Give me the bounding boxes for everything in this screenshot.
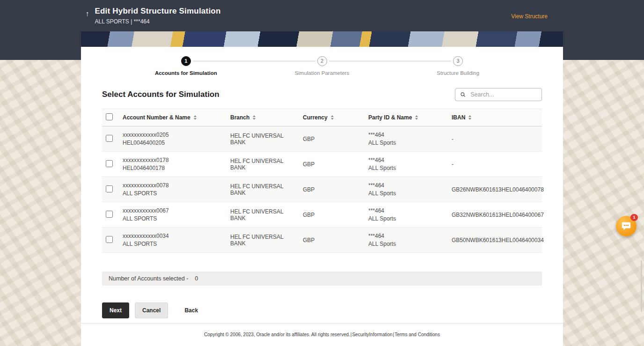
column-label: Account Number & Name (123, 114, 190, 121)
step-1-accounts-for-simulation[interactable]: 1 Accounts for Simulation (118, 56, 254, 76)
stepper: 1 Accounts for Simulation 2 Simulation P… (102, 47, 542, 76)
column-label: IBAN (452, 114, 465, 121)
page-subtitle: ALL SPORTS | ***464 (95, 18, 221, 25)
scrollbar-thumb[interactable] (641, 260, 642, 312)
select-all-checkbox[interactable] (106, 113, 113, 120)
back-button[interactable]: Back (177, 303, 205, 318)
account-number: xxxxxxxxxxxx0078 (123, 182, 223, 189)
column-header-account-number-name[interactable]: Account Number & Name (119, 109, 227, 126)
party-id: ***464 (368, 207, 444, 214)
title-block: Edit Hybrid Structure Simulation ALL SPO… (95, 7, 221, 25)
account-name: ALL SPORTS (123, 241, 223, 247)
section-header-row: Select Accounts for Simulation (102, 88, 542, 101)
column-label: Branch (230, 114, 249, 121)
party-name: ALL Sports (368, 190, 444, 197)
row-checkbox[interactable] (106, 135, 113, 142)
main-card: 1 Accounts for Simulation 2 Simulation P… (81, 47, 563, 346)
step-label: Simulation Parameters (254, 70, 390, 76)
step-number: 1 (181, 56, 191, 66)
scroll-up-icon[interactable]: ↑ (86, 9, 89, 17)
action-buttons: Next Cancel Back (102, 302, 542, 318)
currency-cell: GBP (299, 228, 365, 253)
iban-cell: - (448, 126, 542, 152)
account-number: xxxxxxxxxxxx0178 (123, 157, 223, 163)
step-label: Structure Building (390, 70, 526, 76)
account-number: xxxxxxxxxxxx0067 (123, 207, 223, 214)
row-checkbox[interactable] (106, 211, 113, 218)
account-number: xxxxxxxxxxxx0034 (123, 233, 223, 239)
step-3-structure-building[interactable]: 3 Structure Building (390, 56, 526, 76)
footer: Copyright © 2006, 2023, Oracle and/or it… (81, 323, 563, 346)
party-name: ALL Sports (368, 215, 444, 222)
branch-cell: HEL FC UNIVERSAL BANK (227, 202, 299, 228)
selected-count-label: Number of Accounts selected - (109, 275, 188, 282)
account-name: HEL0046400178 (123, 165, 223, 171)
step-number: 2 (317, 56, 327, 66)
chat-notification-badge: 1 (630, 214, 638, 221)
sort-icon[interactable] (253, 115, 256, 120)
table-row: xxxxxxxxxxxx0067ALL SPORTS HEL FC UNIVER… (102, 202, 542, 228)
selected-count-value: 0 (195, 275, 198, 282)
search-icon (460, 91, 466, 98)
account-number: xxxxxxxxxxxx0205 (123, 132, 223, 138)
sort-icon[interactable] (468, 115, 471, 120)
account-name: ALL SPORTS (123, 190, 223, 197)
selected-count-bar: Number of Accounts selected - 0 (102, 272, 542, 286)
iban-cell: GB32NWBK601613HEL0046400067 (448, 202, 542, 228)
table-row: xxxxxxxxxxxx0034ALL SPORTS HEL FC UNIVER… (102, 228, 542, 253)
party-id: ***464 (368, 157, 444, 163)
iban-cell: GB50NWBK601613HEL0046400034 (448, 228, 542, 253)
terms-and-conditions-link[interactable]: Terms and Conditions (395, 332, 440, 337)
step-label: Accounts for Simulation (118, 70, 254, 76)
row-checkbox[interactable] (106, 185, 113, 192)
currency-cell: GBP (299, 202, 365, 228)
branch-cell: HEL FC UNIVERSAL BANK (227, 228, 299, 253)
column-label: Currency (303, 114, 328, 121)
party-name: ALL Sports (368, 165, 444, 171)
currency-cell: GBP (299, 177, 365, 202)
iban-cell: GB26NWBK601613HEL0046400078 (448, 177, 542, 202)
column-header-branch[interactable]: Branch (227, 109, 299, 126)
sort-icon[interactable] (331, 115, 334, 120)
account-name: HEL0046400205 (123, 140, 223, 146)
branch-cell: HEL FC UNIVERSAL BANK (227, 177, 299, 202)
currency-cell: GBP (299, 126, 365, 152)
currency-cell: GBP (299, 152, 365, 177)
column-label: Party ID & Name (368, 114, 412, 121)
column-header-party-id-name[interactable]: Party ID & Name (365, 109, 448, 126)
security-information-link[interactable]: SecurityInformation (352, 332, 392, 337)
header-content: ↑ Edit Hybrid Structure Simulation ALL S… (81, 0, 563, 25)
party-id: ***464 (368, 233, 444, 239)
table-header-row: Account Number & Name Branch Currency Pa… (102, 109, 542, 126)
column-header-iban[interactable]: IBAN (448, 109, 542, 126)
search-input[interactable] (469, 91, 537, 98)
view-structure-link[interactable]: View Structure (511, 13, 548, 20)
search-box[interactable] (455, 88, 542, 101)
row-checkbox[interactable] (106, 236, 113, 243)
step-2-simulation-parameters[interactable]: 2 Simulation Parameters (254, 56, 390, 76)
decorative-banner (81, 31, 563, 47)
branch-cell: HEL FC UNIVERSAL BANK (227, 152, 299, 177)
accounts-table: Account Number & Name Branch Currency Pa… (102, 109, 542, 253)
table-row: xxxxxxxxxxxx0178HEL0046400178 HEL FC UNI… (102, 152, 542, 177)
separator: | (393, 332, 395, 337)
copyright-text: Copyright © 2006, 2023, Oracle and/or it… (204, 332, 350, 337)
party-id: ***464 (368, 132, 444, 138)
cancel-button[interactable]: Cancel (135, 302, 168, 318)
row-checkbox[interactable] (106, 160, 113, 167)
next-button[interactable]: Next (102, 302, 129, 318)
iban-cell: - (448, 152, 542, 177)
sort-icon[interactable] (194, 115, 197, 120)
party-id: ***464 (368, 182, 444, 189)
party-name: ALL Sports (368, 241, 444, 247)
page-title: Edit Hybrid Structure Simulation (95, 7, 221, 16)
account-name: ALL SPORTS (123, 215, 223, 222)
table-row: xxxxxxxxxxxx0078ALL SPORTS HEL FC UNIVER… (102, 177, 542, 202)
column-header-currency[interactable]: Currency (299, 109, 365, 126)
chat-button[interactable]: 1 (616, 216, 637, 236)
chat-bubble-icon (621, 221, 631, 231)
party-name: ALL Sports (368, 140, 444, 146)
step-number: 3 (453, 56, 463, 66)
sort-icon[interactable] (415, 115, 418, 120)
branch-cell: HEL FC UNIVERSAL BANK (227, 126, 299, 152)
